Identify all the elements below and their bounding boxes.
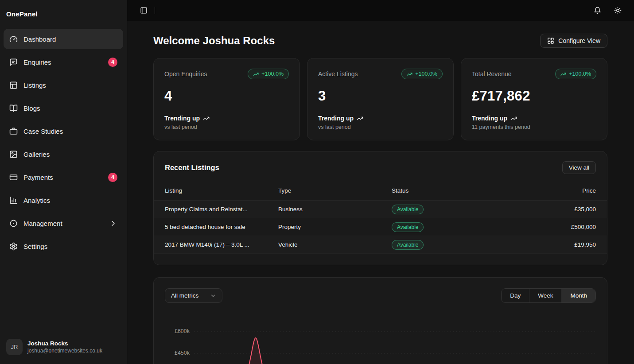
listings-table-body: Property Claims and Reinstat... Business…	[154, 201, 607, 254]
gear-icon	[9, 242, 18, 251]
book-icon	[9, 104, 18, 112]
stats-row: Open Enquiries +100.0% 4 Trending up vs …	[153, 58, 607, 140]
layout-grid-icon	[547, 37, 554, 44]
target-icon	[9, 219, 18, 228]
topbar	[127, 0, 634, 21]
stat-subtext: vs last period	[318, 124, 443, 130]
stat-value: £717,862	[472, 88, 596, 104]
chevron-down-icon	[210, 293, 216, 299]
range-month-button[interactable]: Month	[561, 289, 595, 302]
cell-price: £19,950	[538, 241, 596, 248]
sidebar-item-label: Blogs	[23, 105, 40, 112]
briefcase-icon	[9, 127, 18, 136]
sidebar-item-settings[interactable]: Settings	[4, 236, 123, 256]
sidebar-item-label: Case Studies	[23, 128, 63, 135]
stat-label: Open Enquiries	[164, 70, 207, 77]
sidebar-item-payments[interactable]: Payments 4	[4, 167, 123, 187]
cell-listing: Property Claims and Reinstat...	[165, 206, 278, 213]
credit-card-icon	[9, 173, 18, 182]
payments-count-badge: 4	[108, 173, 117, 182]
recent-listings-card: Recent Listings View all Listing Type St…	[153, 151, 607, 265]
sidebar-item-case-studies[interactable]: Case Studies	[4, 121, 123, 141]
stat-trend: Trending up	[164, 115, 289, 122]
message-icon	[9, 58, 18, 66]
page-title: Welcome Joshua Rocks	[153, 35, 275, 47]
sidebar-item-galleries[interactable]: Galleries	[4, 144, 123, 164]
stat-label: Total Revenue	[472, 70, 512, 77]
sidebar-item-dashboard[interactable]: Dashboard	[4, 29, 123, 49]
view-all-button[interactable]: View all	[562, 161, 596, 174]
range-segmented-control: Day Week Month	[501, 288, 596, 303]
column-header-price: Price	[538, 187, 596, 194]
image-icon	[9, 150, 18, 159]
trending-up-icon	[253, 71, 259, 77]
sidebar-item-enquiries[interactable]: Enquiries 4	[4, 52, 123, 72]
cell-price: £35,000	[538, 206, 596, 213]
sidebar: OnePanel Dashboard Enquiries 4 Listings …	[0, 0, 127, 364]
status-badge: Available	[392, 240, 424, 250]
sidebar-item-label: Listings	[23, 81, 46, 89]
table-row[interactable]: 5 bed detached house for sale Property A…	[154, 218, 607, 236]
sidebar-toggle-button[interactable]	[137, 4, 150, 17]
status-badge: Available	[392, 205, 424, 214]
column-header-listing: Listing	[165, 187, 278, 194]
sidebar-item-label: Enquiries	[23, 58, 51, 66]
trending-up-icon	[357, 115, 363, 122]
range-day-button[interactable]: Day	[502, 289, 529, 302]
cell-type: Vehicle	[278, 241, 392, 248]
sidebar-item-management[interactable]: Management	[4, 213, 123, 233]
sidebar-item-label: Galleries	[23, 151, 50, 158]
user-name: Joshua Rocks	[27, 340, 102, 347]
bell-icon	[594, 7, 601, 14]
table-row[interactable]: Property Claims and Reinstat... Business…	[154, 201, 607, 218]
bar-chart-icon	[9, 196, 18, 205]
theme-toggle-button[interactable]	[611, 4, 624, 17]
trending-up-icon	[407, 71, 412, 77]
brand-logo: OnePanel	[0, 0, 127, 25]
sidebar-item-label: Settings	[23, 243, 47, 250]
sidebar-item-label: Analytics	[23, 197, 50, 204]
stat-label: Active Listings	[318, 70, 358, 77]
sidebar-item-label: Payments	[23, 174, 53, 181]
sidebar-item-listings[interactable]: Listings	[4, 75, 123, 95]
stat-subtext: vs last period	[164, 124, 289, 130]
cell-listing: 5 bed detached house for sale	[165, 224, 278, 230]
trend-badge: +100.0%	[401, 69, 443, 79]
trend-badge: +100.0%	[555, 69, 596, 79]
sidebar-item-label: Dashboard	[23, 35, 56, 43]
topbar-divider	[155, 7, 155, 14]
range-week-button[interactable]: Week	[529, 289, 561, 302]
sidebar-item-analytics[interactable]: Analytics	[4, 190, 123, 210]
main-content: Welcome Joshua Rocks Configure View Open…	[127, 21, 634, 364]
notifications-button[interactable]	[591, 4, 604, 17]
panel-left-icon	[140, 7, 148, 14]
avatar: JR	[6, 339, 23, 355]
enquiries-count-badge: 4	[108, 58, 117, 67]
revenue-chart: £600k £450k	[165, 310, 596, 364]
metrics-chart-card: All metrics Day Week Month £600k £450k	[153, 277, 607, 364]
stat-value: 4	[164, 88, 289, 104]
recent-listings-title: Recent Listings	[165, 163, 219, 172]
sidebar-item-blogs[interactable]: Blogs	[4, 98, 123, 118]
table-icon	[9, 81, 18, 89]
stat-trend: Trending up	[472, 115, 596, 122]
stat-trend: Trending up	[318, 115, 443, 122]
trending-up-icon	[510, 115, 517, 122]
user-profile[interactable]: JR Joshua Rocks joshua@onetimewebsites.c…	[0, 333, 127, 364]
sidebar-item-label: Management	[23, 220, 62, 227]
column-header-status: Status	[392, 187, 538, 194]
cell-price: £500,000	[538, 224, 596, 230]
user-email: joshua@onetimewebsites.co.uk	[27, 348, 102, 354]
cell-type: Business	[278, 206, 392, 213]
stat-card-open-enquiries: Open Enquiries +100.0% 4 Trending up vs …	[153, 58, 300, 140]
listings-table-header: Listing Type Status Price	[154, 181, 607, 201]
configure-view-button[interactable]: Configure View	[540, 34, 607, 48]
stat-subtext: 11 payments this period	[472, 124, 596, 130]
trend-badge: +100.0%	[248, 69, 289, 79]
table-row[interactable]: 2017 BMW M140i (17) – 3.0L ... Vehicle A…	[154, 236, 607, 254]
metric-select-dropdown[interactable]: All metrics	[165, 288, 222, 303]
column-header-type: Type	[278, 187, 392, 194]
sidebar-nav: Dashboard Enquiries 4 Listings Blogs Cas…	[0, 25, 127, 333]
stat-card-active-listings: Active Listings +100.0% 3 Trending up vs…	[307, 58, 454, 140]
stat-value: 3	[318, 88, 443, 104]
